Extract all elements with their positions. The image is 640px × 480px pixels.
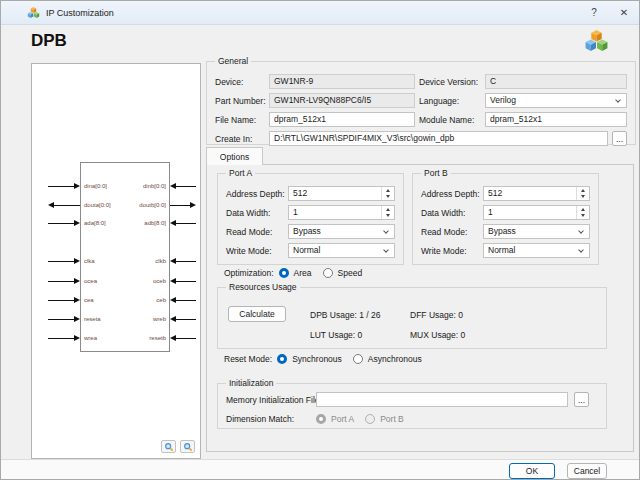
arrow-in-icon [48, 297, 80, 303]
chevron-down-icon [578, 228, 584, 234]
file-name-label: File Name: [215, 115, 265, 125]
zoom-in-button[interactable] [161, 440, 176, 453]
zoom-out-button[interactable] [180, 440, 195, 453]
spin-down-button[interactable] [577, 194, 589, 201]
magnifier-icon [164, 442, 174, 452]
device-field: GW1NR-9 [269, 74, 415, 89]
module-name-input[interactable]: dpram_512x1 [485, 112, 627, 127]
dimension-match-label: Dimension Match: [226, 414, 294, 424]
data-width-label: Data Width: [226, 208, 284, 218]
port-a-legend: Port A [226, 168, 255, 178]
close-button[interactable]: ✕ [609, 1, 639, 24]
device-version-label: Device Version: [419, 77, 481, 87]
cancel-button[interactable]: Cancel [567, 463, 607, 479]
language-label: Language: [419, 96, 481, 106]
port-row: doutb[0:0] [81, 201, 169, 209]
port-a-read-mode-select[interactable]: Bypass [288, 224, 395, 239]
resources-usage-group: Resources Usage Calculate DPB Usage: 1 /… [217, 287, 607, 349]
chevron-down-icon [383, 247, 389, 253]
language-select[interactable]: Verilog [485, 93, 627, 108]
arrow-in-icon [48, 183, 80, 189]
arrow-in-icon [170, 335, 196, 341]
port-a-write-mode-select[interactable]: Normal [288, 243, 395, 258]
address-depth-label: Address Depth: [421, 189, 479, 199]
lut-usage-text: LUT Usage: 0 [310, 330, 362, 340]
port-a-group: Port A Address Depth: 512 Data Width: 1 … [217, 173, 404, 265]
part-number-field: GW1NR-LV9QN88PC6/I5 [269, 93, 415, 108]
dpb-block: dina[0:0] douta[0:0] ada[8:0] clka ocea … [80, 162, 170, 352]
optimization-area-radio[interactable] [279, 268, 289, 278]
magnifier-icon [183, 442, 193, 452]
optimization-speed-radio[interactable] [323, 268, 333, 278]
port-label: adb[8:0] [144, 220, 166, 226]
arrow-in-icon [48, 316, 80, 322]
port-row: wreb [81, 315, 169, 323]
port-b-legend: Port B [421, 168, 451, 178]
port-b-write-mode-select[interactable]: Normal [483, 243, 590, 258]
dimension-port-b-label: Port B [380, 414, 404, 424]
write-mode-label: Write Mode: [421, 246, 479, 256]
port-row: clkb [81, 257, 169, 265]
file-name-input[interactable]: dpram_512x1 [269, 112, 415, 127]
port-label: clkb [155, 258, 166, 264]
arrow-in-icon [170, 183, 196, 189]
resources-usage-legend: Resources Usage [226, 282, 300, 292]
arrow-in-icon [170, 278, 196, 284]
device-label: Device: [215, 77, 265, 87]
port-b-read-mode-select[interactable]: Bypass [483, 224, 590, 239]
port-a-data-width-stepper[interactable]: 1 [288, 205, 395, 220]
arrow-in-icon [48, 220, 80, 226]
options-tab-panel: Port A Address Depth: 512 Data Width: 1 … [206, 164, 634, 452]
general-legend: General [215, 56, 251, 66]
optimization-area-label: Area [294, 268, 312, 278]
chevron-down-icon [615, 97, 621, 103]
tab-options-label: Options [220, 152, 249, 162]
create-in-browse-button[interactable]: ... [612, 131, 627, 146]
spin-down-button[interactable] [382, 194, 394, 201]
chevron-down-icon [383, 228, 389, 234]
port-label: ceb [156, 297, 166, 303]
memory-init-file-input[interactable] [316, 392, 568, 407]
title-bar[interactable]: IP Customization ? ✕ [1, 1, 639, 25]
port-label: wreb [153, 316, 166, 322]
general-group: General Device: GW1NR-9 Device Version: … [206, 61, 636, 145]
ip-cubes-icon [27, 6, 40, 19]
port-label: dinb[0:0] [143, 183, 166, 189]
port-row: resetb [81, 334, 169, 342]
read-mode-label: Read Mode: [421, 227, 479, 237]
arrow-out-icon [48, 202, 80, 208]
block-diagram-panel: dina[0:0] douta[0:0] ada[8:0] clka ocea … [31, 63, 201, 459]
port-b-group: Port B Address Depth: 512 Data Width: 1 … [412, 173, 599, 265]
module-name-label: Module Name: [419, 115, 481, 125]
memory-init-file-label: Memory Initialization File: [226, 395, 322, 405]
port-row: oceb [81, 277, 169, 285]
arrow-in-icon [170, 220, 196, 226]
spin-down-button[interactable] [382, 213, 394, 220]
port-a-address-depth-stepper[interactable]: 512 [288, 186, 395, 201]
dialog-footer: OK Cancel [1, 459, 639, 480]
memory-init-file-browse-button[interactable]: ... [574, 392, 589, 407]
calculate-button[interactable]: Calculate [228, 306, 286, 322]
arrow-in-icon [48, 278, 80, 284]
data-width-label: Data Width: [421, 208, 479, 218]
ip-customization-dialog: IP Customization ? ✕ DPB dina[0:0] douta… [0, 0, 640, 480]
optimization-row: Optimization: Area Speed [224, 267, 368, 279]
arrow-out-icon [170, 202, 196, 208]
optimization-speed-label: Speed [338, 268, 363, 278]
spin-down-button[interactable] [577, 213, 589, 220]
arrow-in-icon [48, 335, 80, 341]
create-in-input[interactable]: D:\RTL\GW1NR\SPDIF4MIX_V3\src\gowin_dpb [269, 131, 608, 146]
port-label: doutb[0:0] [139, 202, 166, 208]
reset-mode-asynchronous-radio[interactable] [353, 354, 363, 364]
port-b-data-width-stepper[interactable]: 1 [483, 205, 590, 220]
ok-button[interactable]: OK [509, 463, 555, 479]
tab-options[interactable]: Options [206, 147, 263, 165]
read-mode-label: Read Mode: [226, 227, 284, 237]
dimension-port-a-radio [316, 414, 326, 424]
port-b-address-depth-stepper[interactable]: 512 [483, 186, 590, 201]
help-button[interactable]: ? [579, 1, 609, 24]
page-title: DPB [31, 31, 67, 51]
chevron-down-icon [578, 247, 584, 253]
mux-usage-text: MUX Usage: 0 [410, 330, 465, 340]
reset-mode-synchronous-radio[interactable] [277, 354, 287, 364]
